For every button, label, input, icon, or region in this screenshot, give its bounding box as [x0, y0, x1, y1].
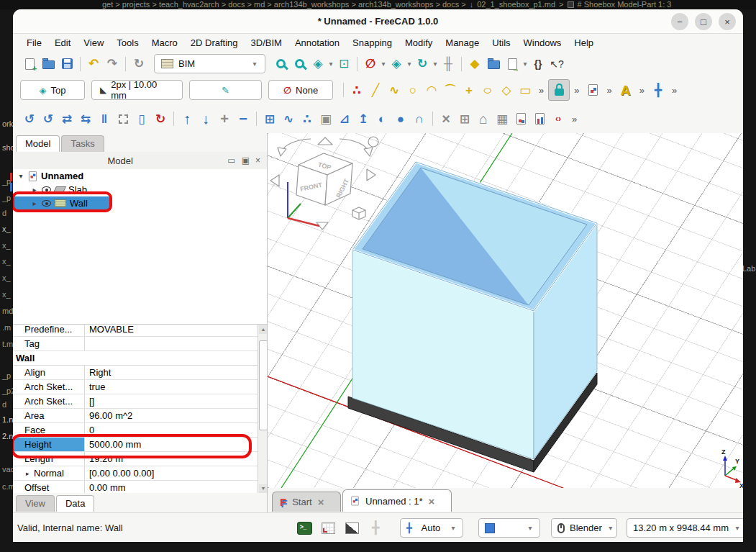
remove-component-icon[interactable]: −	[234, 109, 252, 129]
draft-line-icon[interactable]: ╱	[366, 81, 385, 100]
path-array-icon[interactable]: ∿	[279, 109, 298, 129]
edit-rotate-icon[interactable]: ↻	[151, 109, 170, 129]
expander-icon[interactable]: ▸	[31, 186, 38, 194]
image-doc-icon[interactable]	[511, 109, 530, 129]
tab-data[interactable]: Data	[56, 495, 94, 512]
upgrade-icon[interactable]: ↑	[178, 109, 196, 129]
house-icon[interactable]: ⌂	[474, 109, 493, 129]
navigation-style-combo[interactable]: Blender ▾	[551, 518, 617, 538]
menu-modify[interactable]: Modify	[399, 35, 439, 52]
menu-macro[interactable]: Macro	[145, 35, 184, 52]
title-bar[interactable]: * Unnamed - FreeCAD 1.0.0 − □ ×	[13, 9, 743, 34]
property-row[interactable]: ▸Normal [0.00 0.00 0.00]	[13, 466, 258, 481]
property-row[interactable]: Arch Sket... true	[13, 380, 258, 394]
zoom-fit-icon[interactable]	[271, 54, 290, 73]
toolbar-overflow[interactable]: »	[668, 85, 681, 96]
property-row[interactable]: Predefine... MOVABLE	[13, 324, 258, 337]
draft-rectangle-icon[interactable]: ▭	[516, 81, 534, 100]
menu-2d-drafting[interactable]: 2D Drafting	[184, 35, 245, 52]
export-icon[interactable]: →	[503, 54, 522, 73]
dimension-combo[interactable]: 13.20 m x 9948.44 mm ▾	[627, 518, 743, 538]
toolbar-overflow[interactable]: »	[534, 85, 548, 96]
tree-item-slab[interactable]: ▸ Slab	[13, 183, 268, 196]
draft-point-array-icon[interactable]: ∴	[347, 81, 366, 100]
boolean-cut-icon[interactable]: ◐	[373, 109, 391, 129]
close-panel-icon[interactable]: ×	[255, 155, 260, 166]
toolbar-overflow[interactable]: »	[602, 85, 616, 96]
expander-icon[interactable]: ▸	[24, 466, 32, 480]
view-cube-icon[interactable]: ◈	[387, 54, 406, 73]
part-icon[interactable]: ◆	[465, 54, 484, 73]
whatsthis-icon[interactable]: ↖?	[547, 54, 566, 73]
layers-icon[interactable]	[583, 81, 602, 100]
fit-selection-icon[interactable]: ⊡	[334, 54, 353, 73]
trimex-icon[interactable]: ▯	[132, 109, 151, 129]
draft-wire-icon[interactable]: ∿	[385, 81, 404, 100]
boolean-union-icon[interactable]: ●	[391, 109, 410, 129]
property-row[interactable]: Face 0	[13, 423, 258, 438]
chevron-down-icon[interactable]: ▾	[406, 60, 413, 68]
tab-view[interactable]: View	[16, 495, 55, 512]
toolbar-overflow[interactable]: »	[635, 85, 649, 96]
chevron-down-icon[interactable]: ▾	[327, 60, 334, 68]
open-file-icon[interactable]	[39, 54, 58, 73]
point-array-icon[interactable]: ∴	[298, 109, 316, 129]
rotate-view-icon[interactable]: ↻	[413, 54, 432, 73]
undo-icon[interactable]: ↶	[84, 54, 103, 73]
zoom-selection-icon[interactable]	[290, 54, 309, 73]
draft-bezier-icon[interactable]: ⌒	[441, 81, 460, 100]
menu-edit[interactable]: Edit	[48, 35, 77, 52]
maximize-button[interactable]: □	[695, 13, 712, 30]
clone-icon[interactable]: ▣	[316, 109, 335, 129]
refresh-icon[interactable]: ↻	[129, 54, 148, 73]
chevron-down-icon[interactable]: ▾	[432, 60, 439, 68]
close-tab-icon[interactable]: ×	[429, 495, 435, 507]
join-icon[interactable]: ⇆	[76, 109, 95, 129]
menu-view[interactable]: View	[77, 35, 110, 52]
scrollbar[interactable]: ▲ ▼	[258, 325, 268, 493]
property-row[interactable]: Align Right	[13, 366, 258, 380]
boolean-intersect-icon[interactable]: ∩	[410, 109, 429, 129]
python-console-button[interactable]: >_	[295, 518, 314, 538]
draw-style-icon[interactable]: ∅	[361, 54, 380, 73]
redo-icon[interactable]: ↷	[103, 54, 122, 73]
draft-arc-icon[interactable]: ◠	[422, 81, 441, 100]
menu-tools[interactable]: Tools	[110, 35, 145, 52]
property-row[interactable]: Length 19.20 m	[13, 452, 258, 466]
extrude-icon[interactable]: ↥	[354, 109, 373, 129]
mirror-flip-icon[interactable]: ⇄	[58, 109, 76, 129]
code-doc-icon[interactable]: ‹›	[549, 109, 568, 129]
tab-tasks[interactable]: Tasks	[61, 135, 104, 152]
float-icon[interactable]: ▣	[242, 155, 250, 166]
menu-manage[interactable]: Manage	[439, 35, 486, 52]
eye-icon[interactable]	[42, 200, 51, 207]
3d-viewport[interactable]: TOP FRONT RIGHT Z	[268, 133, 743, 488]
working-plane-combo[interactable]: ╋ Auto ▾	[400, 518, 463, 538]
tree-item-wall[interactable]: ▸ Wall	[13, 196, 111, 210]
menu-annotation[interactable]: Annotation	[288, 35, 346, 52]
snap-button[interactable]: ∅ None	[268, 80, 333, 100]
tree-item-document[interactable]: ▾ Unnamed	[13, 169, 268, 183]
measure-icon[interactable]: ╫	[439, 54, 457, 73]
workbench-selector[interactable]: BIM ▾	[154, 54, 265, 73]
menu-help[interactable]: Help	[568, 35, 600, 52]
mirror-icon[interactable]: ⊿	[335, 109, 354, 129]
menu-3d-bim[interactable]: 3D/BIM	[245, 35, 288, 52]
move-icon[interactable]: ╋	[649, 81, 668, 100]
property-row[interactable]: Tag	[13, 337, 258, 351]
tab-model[interactable]: Model	[16, 135, 60, 152]
draft-tool-button[interactable]: ✎	[189, 80, 262, 100]
draft-ellipse-icon[interactable]: ○	[475, 81, 500, 100]
scale-icon[interactable]	[114, 109, 132, 129]
menu-utils[interactable]: Utils	[486, 35, 516, 52]
array-icon[interactable]: ⊞	[260, 109, 279, 129]
expression-icon[interactable]: {}	[529, 54, 547, 73]
property-group-wall[interactable]: Wall	[13, 351, 258, 366]
property-row[interactable]: Area 96.00 m^2	[13, 409, 258, 423]
toolbar-overflow[interactable]: »	[568, 114, 581, 125]
property-row-height[interactable]: Height 5000.00 mm	[13, 438, 258, 452]
close-button[interactable]: ×	[719, 13, 736, 30]
toolbar-overflow[interactable]: »	[570, 85, 583, 96]
save-icon[interactable]	[58, 54, 76, 73]
navigation-cube[interactable]	[270, 137, 378, 230]
